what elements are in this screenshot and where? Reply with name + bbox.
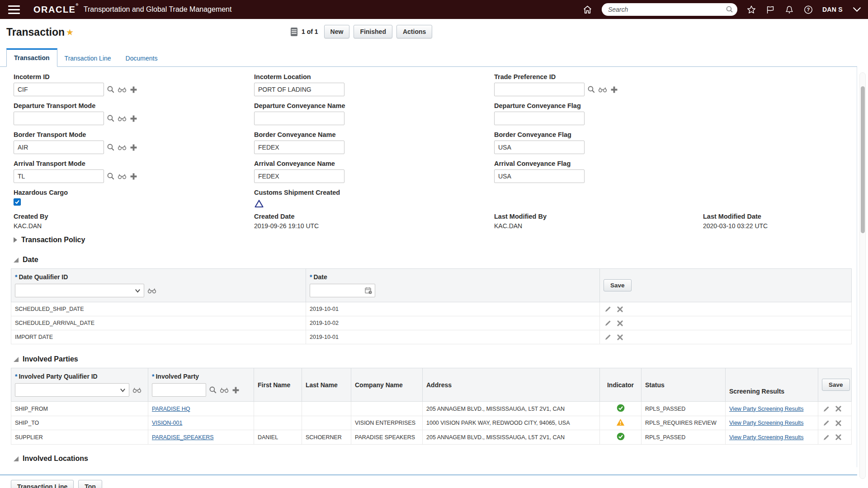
arrival-conveyance-flag-input[interactable]	[494, 169, 585, 183]
add-icon[interactable]	[609, 85, 618, 94]
delete-x-icon[interactable]	[615, 305, 624, 314]
add-icon[interactable]	[129, 172, 138, 181]
search-lov-icon[interactable]	[587, 85, 596, 94]
incoterm-id-input[interactable]	[14, 83, 104, 96]
edit-pencil-icon[interactable]	[604, 333, 613, 342]
transaction-line-button[interactable]: Transaction Line	[11, 480, 74, 488]
vertical-scrollbar[interactable]	[859, 72, 866, 479]
add-icon[interactable]	[231, 385, 240, 394]
field-departure-conveyance-name: Departure Conveyance Name	[254, 102, 494, 125]
binoculars-icon[interactable]	[118, 114, 127, 123]
search-lov-icon[interactable]	[106, 114, 115, 123]
column-header: Indicator	[607, 381, 634, 389]
departure-conveyance-flag-input[interactable]	[494, 112, 585, 125]
search-lov-icon[interactable]	[106, 85, 115, 94]
party-link[interactable]: VISION-001	[152, 420, 182, 426]
edit-pencil-icon[interactable]	[604, 319, 613, 328]
binoculars-icon[interactable]	[118, 143, 127, 152]
delete-x-icon[interactable]	[615, 333, 624, 342]
field-label: Hazardous Cargo	[14, 189, 254, 196]
column-header: Date Qualifier ID	[19, 273, 68, 281]
view-screening-results-link[interactable]: View Party Screening Results	[729, 434, 803, 441]
arrival-conveyance-name-input[interactable]	[254, 169, 344, 183]
company-name-cell: PARADISE SPEAKERS	[351, 430, 423, 445]
incoterm-location-input[interactable]	[254, 83, 344, 96]
notifications-bell-icon[interactable]	[784, 5, 794, 14]
border-conveyance-name-input[interactable]	[254, 141, 344, 154]
finished-button[interactable]: Finished	[354, 25, 392, 38]
date-row: SCHEDULED_ARRIVAL_DATE 2019-10-02	[11, 316, 852, 330]
section-transaction-policy[interactable]: Transaction Policy	[0, 236, 857, 244]
edit-pencil-icon[interactable]	[822, 418, 831, 427]
favorites-star-icon[interactable]	[746, 5, 756, 14]
top-button[interactable]: Top	[78, 480, 102, 488]
scrollbar-thumb[interactable]	[861, 86, 865, 233]
user-menu[interactable]: DAN S	[822, 6, 843, 13]
flag-icon[interactable]	[765, 5, 775, 14]
field-label: Border Transport Mode	[14, 131, 254, 138]
view-screening-results-link[interactable]: View Party Screening Results	[729, 406, 803, 412]
involved-party-input[interactable]	[152, 383, 206, 397]
edit-pencil-icon[interactable]	[822, 404, 831, 413]
party-link[interactable]: PARADISE HQ	[152, 406, 190, 412]
edit-pencil-icon[interactable]	[604, 305, 613, 314]
view-screening-results-link[interactable]: View Party Screening Results	[729, 420, 803, 426]
favorite-star-icon[interactable]: ★	[66, 27, 74, 38]
home-icon[interactable]	[583, 5, 593, 14]
section-involved-locations[interactable]: Involved Locations	[0, 455, 857, 463]
parties-save-button[interactable]: Save	[822, 379, 850, 391]
column-header: Involved Party	[156, 373, 199, 380]
search-lov-icon[interactable]	[106, 172, 115, 181]
first-name-cell	[254, 416, 302, 430]
border-conveyance-flag-input[interactable]	[494, 141, 585, 154]
binoculars-icon[interactable]	[132, 385, 142, 394]
add-icon[interactable]	[129, 85, 138, 94]
delete-x-icon[interactable]	[834, 418, 843, 427]
record-list-icon[interactable]	[291, 28, 297, 36]
date-qualifier-select[interactable]	[15, 284, 144, 297]
departure-transport-mode-input[interactable]	[14, 112, 104, 125]
binoculars-icon[interactable]	[118, 85, 127, 94]
parties-save-header-cell: Save	[818, 368, 852, 402]
section-date[interactable]: Date	[0, 256, 857, 264]
trade-preference-id-input[interactable]	[494, 83, 585, 96]
edit-pencil-icon[interactable]	[822, 433, 831, 442]
date-qualifier-cell: SCHEDULED_ARRIVAL_DATE	[11, 316, 306, 330]
section-involved-parties[interactable]: Involved Parties	[0, 355, 857, 363]
tab-transaction-line[interactable]: Transaction Line	[57, 50, 118, 67]
user-chevron-down-icon[interactable]	[852, 5, 862, 14]
search-input[interactable]	[602, 3, 737, 16]
binoculars-icon[interactable]	[118, 172, 127, 181]
tab-transaction[interactable]: Transaction	[6, 48, 57, 67]
field-label: Departure Transport Mode	[14, 102, 254, 109]
party-qualifier-select[interactable]	[15, 383, 129, 397]
field-label: Last Modified By	[494, 213, 703, 220]
party-link[interactable]: PARADISE_SPEAKERS	[152, 434, 214, 441]
menu-icon[interactable]	[8, 5, 20, 14]
search-icon[interactable]	[726, 5, 733, 15]
border-transport-mode-input[interactable]	[14, 141, 104, 154]
binoculars-icon[interactable]	[598, 85, 607, 94]
address-cell: 205 ANNAGEM BLVD., MISSISSAUGA, L5T 2V1,…	[423, 402, 600, 416]
delete-x-icon[interactable]	[834, 404, 843, 413]
delete-x-icon[interactable]	[834, 433, 843, 442]
help-icon[interactable]: ?	[803, 5, 813, 14]
departure-conveyance-name-input[interactable]	[254, 112, 344, 125]
delete-x-icon[interactable]	[615, 319, 624, 328]
date-save-button[interactable]: Save	[604, 279, 632, 291]
tab-documents[interactable]: Documents	[118, 50, 165, 67]
party-row: SUPPLIER PARADISE_SPEAKERS DANIEL SCHOER…	[11, 430, 852, 445]
new-button[interactable]: New	[324, 25, 350, 38]
hazardous-cargo-checkbox[interactable]	[14, 198, 21, 206]
search-lov-icon[interactable]	[106, 143, 115, 152]
status-cell: RPLS_REQUIRES REVIEW	[642, 416, 726, 430]
search-lov-icon[interactable]	[208, 385, 217, 394]
binoculars-icon[interactable]	[220, 385, 229, 394]
date-picker-icon[interactable]	[364, 286, 373, 296]
add-icon[interactable]	[129, 114, 138, 123]
arrival-transport-mode-input[interactable]	[14, 169, 104, 183]
add-icon[interactable]	[129, 143, 138, 152]
actions-button[interactable]: Actions	[396, 25, 432, 38]
field-customs-shipment-created: Customs Shipment Created	[254, 189, 494, 210]
binoculars-icon[interactable]	[147, 286, 156, 295]
